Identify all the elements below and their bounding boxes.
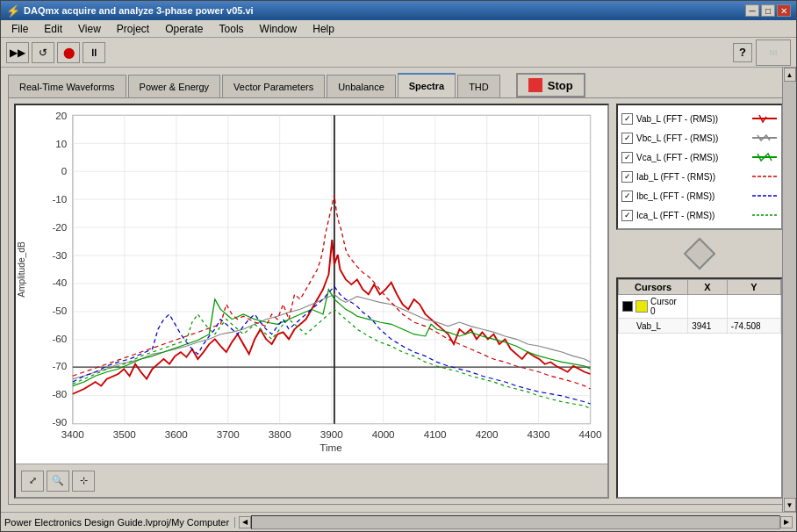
cursor-table: Cursors X Y Cu [618,279,781,334]
legend-item-vca: ✓ Vca_L (FFT - (RMS)) [621,147,778,167]
menu-edit[interactable]: Edit [37,21,69,37]
legend-check-vca[interactable]: ✓ [621,152,633,163]
title-bar-left: ⚡ DAQmx acquire and analyze 3-phase powe… [6,4,254,18]
cursor-header-x: X [688,280,728,295]
status-scrollbar[interactable] [251,515,780,529]
tab-unbalance[interactable]: Unbalance [327,75,396,97]
tab-thd[interactable]: THD [457,75,500,97]
status-bar: Power Electronics Design Guide.lvproj/My… [1,512,796,531]
abort-button[interactable]: ⬤ [57,42,80,63]
logo-area: NI [756,40,791,66]
svg-text:4300: 4300 [528,429,550,439]
stop-button-area: Stop [516,73,585,97]
svg-text:3600: 3600 [165,429,188,439]
menu-bar: File Edit View Project Operate Tools Win… [1,20,796,38]
svg-text:4100: 4100 [424,429,447,439]
legend-check-ibc[interactable]: ✓ [621,191,633,202]
svg-text:10: 10 [55,139,67,148]
cursor-header-label: Cursors [619,280,688,295]
legend-item-ica: ✓ Ica_L (FFT - (RMS)) [621,205,778,225]
legend-label-ibc: Ibc_L (FFT - (RMS)) [636,191,748,201]
maximize-button[interactable]: □ [761,4,775,17]
tab-power-energy[interactable]: Power & Energy [128,75,220,97]
legend-label-vbc: Vbc_L (FFT - (RMS)) [636,133,748,143]
svg-text:0: 0 [61,167,67,176]
svg-text:3800: 3800 [269,429,291,439]
right-panel: ✓ Vab_L (FFT - (RMS)) ✓ Vbc_L (FFT - (RM… [616,104,783,499]
svg-text:-60: -60 [52,334,67,343]
legend-swatch-ibc [751,190,778,202]
chart-zoom-button[interactable]: 🔍 [47,471,69,492]
scroll-up-button[interactable]: ▲ [784,68,796,82]
legend-item-iab: ✓ Iab_L (FFT - (RMS)) [621,167,778,186]
toolbar-right: ? NI [733,40,791,66]
legend-check-vbc[interactable]: ✓ [621,133,633,144]
legend-swatch-vbc [751,132,778,144]
cursor-row-0: Cursor 0 [619,295,781,319]
menu-file[interactable]: File [4,21,35,37]
legend-check-iab[interactable]: ✓ [621,171,633,183]
chart-toolbar: ⤢ 🔍 ⊹ [16,464,607,497]
cursor-table-box: Cursors X Y Cu [616,277,783,499]
help-button[interactable]: ? [733,43,752,62]
stop-button[interactable]: Stop [516,73,585,97]
run-continuously-button[interactable]: ↺ [32,42,54,63]
scroll-track [783,82,796,498]
menu-project[interactable]: Project [110,21,156,37]
legend-label-vca: Vca_L (FFT - (RMS)) [636,153,748,162]
close-button[interactable]: ✕ [777,4,791,17]
cursor-x-0 [688,295,728,319]
cursor-name-1: Vab_L [622,321,661,331]
svg-text:-10: -10 [52,195,67,205]
legend-check-ica[interactable]: ✓ [621,210,633,221]
cursor-row-0-label-cell: Cursor 0 [622,297,684,316]
cursor-y-0 [727,295,780,319]
legend-check-vab[interactable]: ✓ [621,113,633,125]
cursor-diamond-button[interactable] [685,239,714,269]
chart-cursor-button[interactable]: ⊹ [72,471,95,492]
cursor-icon-box [616,235,783,272]
menu-window[interactable]: Window [253,21,305,37]
chart-svg[interactable]: 20 10 0 -10 -20 -30 -40 -50 -60 -70 -80 … [16,105,607,464]
svg-text:-50: -50 [52,306,67,316]
tab-spectra[interactable]: Spectra [398,73,456,97]
main-content: Real-Time Waveforms Power & Energy Vecto… [1,68,796,514]
chart-move-button[interactable]: ⤢ [21,471,44,492]
stop-icon [528,78,542,92]
scroll-right-button[interactable]: ▶ [780,516,793,528]
title-bar-controls: ─ □ ✕ [745,4,791,17]
panel-area: 20 10 0 -10 -20 -30 -40 -50 -60 -70 -80 … [8,97,789,505]
cursor-color-0 [622,301,633,312]
scroll-left-button[interactable]: ◀ [239,516,251,528]
cursor-swatch-0 [635,300,648,313]
legend-item-vbc: ✓ Vbc_L (FFT - (RMS)) [621,128,778,147]
svg-text:Amplitude_dB: Amplitude_dB [16,241,26,297]
svg-text:-80: -80 [52,390,67,399]
scroll-down-button[interactable]: ▼ [784,498,796,512]
tab-realtime[interactable]: Real-Time Waveforms [8,75,126,97]
tabs-container: Real-Time Waveforms Power & Energy Vecto… [8,73,789,97]
title-bar: ⚡ DAQmx acquire and analyze 3-phase powe… [1,1,796,20]
tab-vector-params[interactable]: Vector Parameters [222,75,325,97]
svg-text:3500: 3500 [113,429,136,439]
svg-text:3900: 3900 [320,429,343,439]
svg-text:4200: 4200 [476,429,499,439]
legend-swatch-iab [751,170,778,183]
menu-tools[interactable]: Tools [212,21,251,37]
svg-text:-90: -90 [52,418,67,428]
svg-text:-20: -20 [52,222,67,232]
menu-help[interactable]: Help [305,21,341,37]
status-scroll: ◀ ▶ [239,515,793,529]
menu-operate[interactable]: Operate [158,21,210,37]
menu-view[interactable]: View [71,21,108,37]
cursor-y-1: -74.508 [727,319,780,334]
chart-container: 20 10 0 -10 -20 -30 -40 -50 -60 -70 -80 … [14,104,609,499]
minimize-button[interactable]: ─ [745,4,759,17]
run-button[interactable]: ▶▶ [6,42,29,63]
cursor-diamond[interactable] [684,238,716,270]
status-path: Power Electronics Design Guide.lvproj/My… [4,517,235,528]
svg-text:-40: -40 [52,278,67,288]
pause-button[interactable]: ⏸ [83,42,105,63]
svg-text:3400: 3400 [61,429,84,439]
svg-text:Time: Time [320,443,341,453]
